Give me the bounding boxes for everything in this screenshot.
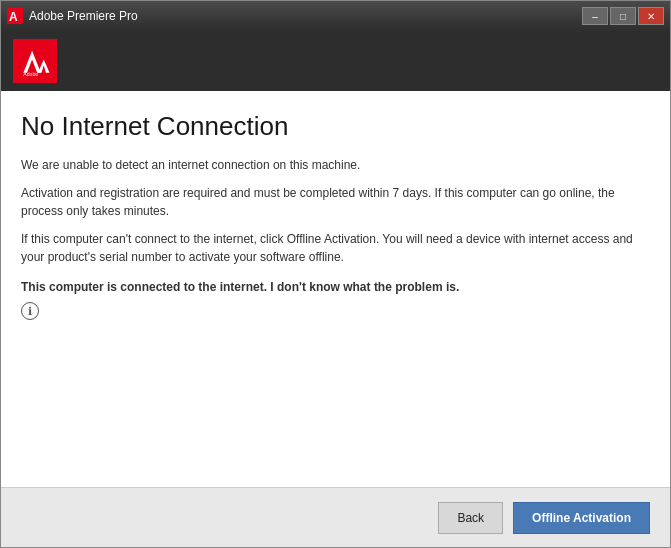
adobe-logo-svg: Adobe (19, 45, 51, 77)
paragraph-3: If this computer can't connect to the in… (21, 230, 650, 266)
title-bar: A Adobe Premiere Pro – □ ✕ (1, 1, 670, 31)
offline-activation-button[interactable]: Offline Activation (513, 502, 650, 534)
footer: Back Offline Activation (1, 487, 670, 547)
main-window: A Adobe Premiere Pro – □ ✕ Adobe No I (0, 0, 671, 548)
connected-link[interactable]: This computer is connected to the intern… (21, 280, 650, 294)
info-icon[interactable]: ℹ (21, 302, 39, 320)
title-bar-controls: – □ ✕ (582, 7, 664, 25)
minimize-button[interactable]: – (582, 7, 608, 25)
main-content: No Internet Connection We are unable to … (1, 91, 670, 487)
adobe-logo: Adobe (13, 39, 57, 83)
svg-text:Adobe: Adobe (23, 71, 38, 77)
title-bar-left: A Adobe Premiere Pro (7, 8, 138, 24)
back-button[interactable]: Back (438, 502, 503, 534)
adobe-header: Adobe (1, 31, 670, 91)
app-icon: A (7, 8, 23, 24)
content-area: Adobe No Internet Connection We are unab… (1, 31, 670, 547)
paragraph-2: Activation and registration are required… (21, 184, 650, 220)
svg-text:A: A (9, 10, 18, 24)
maximize-button[interactable]: □ (610, 7, 636, 25)
page-title: No Internet Connection (21, 111, 650, 142)
paragraph-1: We are unable to detect an internet conn… (21, 156, 650, 174)
window-title: Adobe Premiere Pro (29, 9, 138, 23)
close-button[interactable]: ✕ (638, 7, 664, 25)
